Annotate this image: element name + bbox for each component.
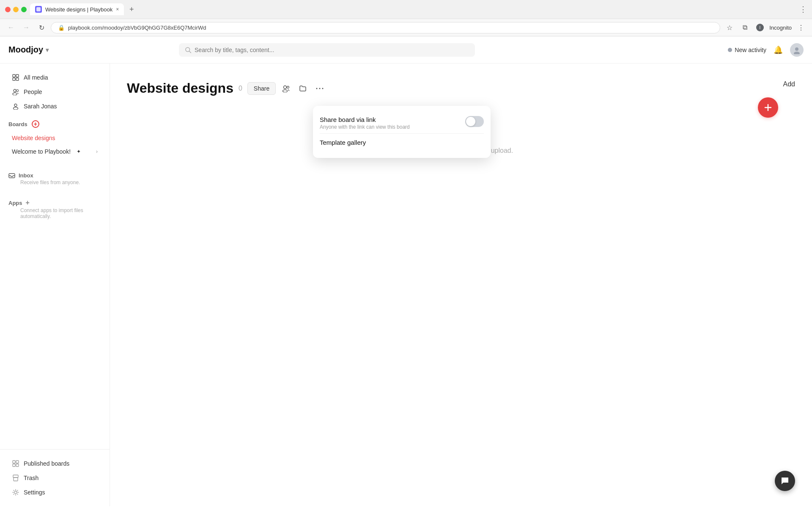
svg-rect-21 [13,475,18,478]
svg-point-27 [316,88,318,89]
sparkle-icon: ✦ [77,149,81,155]
page-title-row: Website designs 0 Share [127,80,795,96]
share-link-subtitle: Anyone with the link can view this board [320,124,410,130]
sidebar-item-people[interactable]: People [3,85,106,99]
tab-close-button[interactable]: × [116,6,119,12]
logo-dropdown-icon: ▾ [46,47,49,53]
address-bar[interactable]: 🔒 playbook.com/moodoy/zbVbG9QhGG7G8xE6Q7… [51,22,720,33]
browser-titlebar: Website designs | Playbook × + ⋮ [0,0,812,19]
trash-icon [12,474,19,482]
new-activity-button[interactable]: New activity [728,47,766,53]
svg-point-28 [319,88,321,89]
close-dot[interactable] [5,7,11,12]
svg-point-26 [287,86,289,88]
sidebar-item-all-media[interactable]: All media [3,70,106,85]
svg-point-25 [283,90,288,92]
svg-rect-8 [16,75,19,77]
profile-icon[interactable]: I [754,22,766,33]
sidebar: All media People [0,64,110,506]
chevron-right-icon: › [96,149,98,155]
add-action-group: Add [783,80,795,88]
active-tab[interactable]: Website designs | Playbook × [30,3,124,15]
share-link-toggle[interactable] [465,116,484,127]
sidebar-item-sarah-jonas[interactable]: Sarah Jonas [3,99,106,113]
share-link-title: Share board via link [320,116,410,123]
sidebar-item-published-boards[interactable]: Published boards [3,456,106,471]
search-input-wrapper [179,43,475,57]
page-actions: Share [247,82,326,95]
svg-point-12 [13,93,17,95]
svg-point-23 [14,491,17,494]
browser-chrome: Website designs | Playbook × + ⋮ ← → ↻ 🔒… [0,0,812,36]
grid-icon [12,74,19,81]
incognito-label: Incognito [769,25,792,31]
svg-point-11 [14,89,16,92]
app: Moodjoy ▾ New activity 🔔 [0,36,812,506]
main-content: Website designs 0 Share [110,64,812,506]
nav-back-button[interactable]: ← [5,22,17,33]
page-title: Website designs [127,80,233,96]
nav-refresh-button[interactable]: ↻ [36,22,47,33]
add-app-button[interactable]: + [26,199,30,207]
svg-point-29 [322,88,324,89]
manage-members-button[interactable] [279,82,293,95]
svg-rect-0 [36,7,41,11]
sidebar-item-website-designs[interactable]: Website designs [3,131,106,145]
svg-text:I: I [760,25,761,30]
app-body: All media People [0,64,812,506]
template-gallery-link[interactable]: Template gallery [320,137,366,148]
svg-rect-17 [13,461,15,463]
svg-rect-10 [16,78,19,80]
sidebar-item-welcome[interactable]: Welcome to Playbook! ✦ › [3,145,106,158]
add-label: Add [783,80,795,88]
maximize-dot[interactable] [21,7,27,12]
add-button[interactable] [758,97,778,118]
sidebar-bottom: Published boards Trash [0,449,110,500]
user-avatar[interactable] [790,43,804,57]
share-popover: Share board via link Anyone with the lin… [313,106,491,158]
toggle-thumb [466,117,475,126]
bookmark-icon[interactable]: ☆ [724,22,735,33]
more-options-button[interactable] [313,82,326,95]
svg-point-15 [14,107,18,110]
browser-menu-icon[interactable]: ⋮ [795,22,807,33]
svg-point-14 [14,104,17,107]
svg-point-24 [284,86,287,88]
app-header: Moodjoy ▾ New activity 🔔 [0,36,812,64]
new-tab-button[interactable]: + [126,3,137,15]
settings-icon [12,489,19,496]
browser-tabs: Website designs | Playbook × + [30,3,137,15]
apps-section: Apps + Connect apps to import files auto… [0,196,110,223]
sidebar-item-settings[interactable]: Settings [3,485,106,500]
sidebar-item-trash[interactable]: Trash [3,471,106,485]
split-view-icon[interactable]: ⧉ [739,22,751,33]
svg-rect-18 [16,461,19,463]
share-via-link-row: Share board via link Anyone with the lin… [320,113,484,133]
share-button[interactable]: Share [247,82,276,95]
template-gallery-row: Template gallery [320,133,484,151]
notifications-button[interactable]: 🔔 [771,43,785,57]
header-actions: New activity 🔔 [728,43,804,57]
user-icon [12,102,19,110]
apps-description: Connect apps to import files automatical… [8,207,101,219]
svg-line-4 [189,51,191,52]
browser-nav-actions: ☆ ⧉ I Incognito ⋮ [724,22,807,33]
search-input[interactable] [195,47,469,53]
inbox-description: Receive files from anyone. [8,179,101,185]
add-board-button[interactable]: + [32,120,39,128]
chat-button[interactable] [775,471,795,491]
svg-point-5 [795,47,798,51]
browser-controls [5,7,27,12]
published-icon [12,460,19,467]
minimize-dot[interactable] [13,7,19,12]
apps-section-header: Apps + [8,199,101,207]
app-logo[interactable]: Moodjoy ▾ [8,45,49,55]
inbox-section: Inbox Receive files from anyone. [0,168,110,189]
inbox-header: Inbox [8,172,101,179]
window-menu-icon[interactable]: ⋮ [799,5,807,14]
tab-favicon [35,6,42,13]
boards-section-header: Boards + [0,117,110,131]
folder-icon-button[interactable] [296,82,310,95]
svg-rect-22 [14,478,18,481]
nav-forward-button[interactable]: → [20,22,32,33]
